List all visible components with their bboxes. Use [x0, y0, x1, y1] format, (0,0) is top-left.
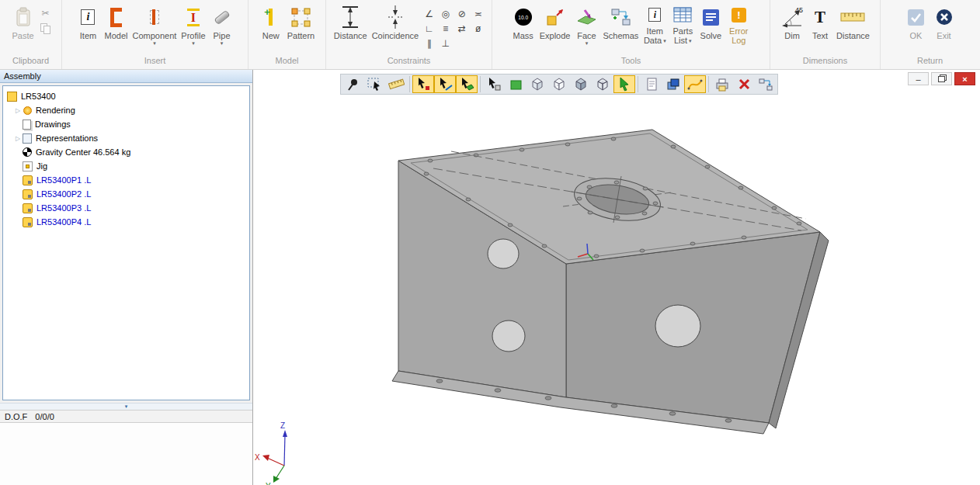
toolbar-separator	[638, 76, 638, 92]
distance-dimension-button[interactable]: Distance	[834, 2, 872, 40]
toolbar-separator	[409, 76, 410, 92]
schemas-button[interactable]: Schemas	[600, 2, 641, 40]
parts-list-dropdown-caret[interactable]: ▾	[689, 38, 692, 43]
ribbon-group-clipboard: Paste ✂ Clipboard	[0, 0, 62, 69]
viewport-toolbar	[340, 74, 778, 95]
face-filter-button[interactable]	[456, 75, 478, 93]
ok-button[interactable]: OK	[902, 2, 930, 40]
distance-constraint-button[interactable]: Distance	[332, 2, 370, 40]
error-log-button[interactable]: ! Error Log	[725, 2, 752, 45]
constraint-mini-grid: ∠ ◎ ⊘ ≍ ∟ ≡ ⇄ ø ∥ ⊥	[421, 2, 486, 50]
text-button[interactable]: T Text	[806, 2, 834, 40]
item-button[interactable]: i Item	[74, 2, 102, 40]
minimize-button[interactable]: –	[908, 72, 929, 85]
pick-mode-button[interactable]	[613, 75, 635, 93]
solve-button[interactable]: Solve	[697, 2, 725, 40]
diameter-constraint-button[interactable]: ø	[475, 23, 481, 34]
model-button[interactable]: Model	[102, 2, 130, 40]
view-box-shaded-button[interactable]	[570, 75, 592, 93]
parts-list-button[interactable]: Parts List▾	[669, 2, 697, 45]
new-button[interactable]: + New	[257, 2, 285, 40]
jig-icon	[23, 161, 33, 171]
distance-constraint-icon	[340, 3, 360, 31]
cut-button[interactable]: ✂	[39, 7, 53, 19]
view-box-outline-button[interactable]	[526, 75, 548, 93]
mass-button[interactable]: 10.0 Mass	[509, 2, 537, 40]
box-wireframe-icon	[595, 77, 610, 92]
curve-mode-button[interactable]	[684, 75, 706, 93]
viewport-3d[interactable]: Z X Y	[253, 70, 980, 485]
delete-button[interactable]	[733, 75, 755, 93]
symmetric-constraint-button[interactable]: ≍	[474, 9, 482, 19]
perpendicular-constraint-button[interactable]: ∟	[425, 23, 434, 34]
restore-button[interactable]	[931, 72, 952, 85]
pin-button[interactable]	[342, 75, 363, 93]
tree-item-jig[interactable]: Jig	[3, 159, 249, 173]
frame-select-button[interactable]	[363, 75, 385, 93]
solid-filter-button[interactable]	[483, 75, 505, 93]
tangent-constraint-button[interactable]: ⊘	[458, 9, 466, 19]
view-box-hidden-button[interactable]	[548, 75, 570, 93]
dim-button[interactable]: 45 Dim	[778, 2, 806, 40]
reverse-constraint-button[interactable]: ⇄	[458, 23, 466, 34]
normal-constraint-button[interactable]: ⊥	[441, 38, 449, 49]
edge-filter-button[interactable]	[434, 75, 456, 93]
expander-icon[interactable]: ▷	[13, 135, 23, 142]
tree-item-drawings[interactable]: Drawings	[3, 117, 249, 131]
pipe-button[interactable]: Pipe ▾	[208, 2, 236, 46]
face-mode-button[interactable]	[505, 75, 526, 93]
component-icon	[150, 10, 159, 24]
parallel-lines-constraint-button[interactable]: ≡	[443, 23, 448, 34]
3d-model[interactable]: Z X Y	[253, 70, 980, 485]
vertex-filter-button[interactable]	[412, 75, 434, 93]
face-dropdown-caret[interactable]: ▾	[586, 40, 589, 46]
view-box-wireframe-button[interactable]	[592, 75, 613, 93]
coincidence-constraint-button[interactable]: Coincidence	[370, 2, 422, 40]
concentric-constraint-button[interactable]: ◎	[441, 9, 449, 19]
item-data-dropdown-caret[interactable]: ▾	[663, 38, 666, 43]
measure-button[interactable]	[385, 75, 407, 93]
tree-item-part-1[interactable]: LR53400P1 .L	[3, 173, 249, 187]
tree-item-gravity-center[interactable]: Gravity Center 46.564 kg	[3, 145, 249, 159]
mass-icon: 10.0	[515, 9, 532, 26]
box-outline-icon	[530, 77, 545, 92]
explode-button[interactable]: Explode	[537, 2, 573, 40]
paste-button[interactable]: Paste	[9, 2, 37, 40]
profile-dropdown-caret[interactable]: ▾	[192, 40, 195, 46]
component-dropdown-caret[interactable]: ▾	[153, 40, 156, 46]
copy-button[interactable]	[39, 23, 53, 35]
group-label-return: Return	[881, 56, 979, 69]
collinear-constraint-button[interactable]: ∥	[427, 38, 432, 49]
ribbon-group-tools: 10.0 Mass Explode Face ▾	[492, 0, 770, 69]
tree-item-part-4[interactable]: LR53400P4 .L	[3, 215, 249, 229]
frame-select-icon	[367, 77, 382, 92]
close-button[interactable]: ×	[954, 72, 975, 85]
face-filter-icon	[459, 77, 474, 92]
exit-icon	[936, 3, 953, 31]
toolbar-separator	[708, 76, 709, 92]
tree-item-representations[interactable]: ▷ Representations	[3, 131, 249, 145]
tree-item-rendering[interactable]: ▷ Rendering	[3, 103, 249, 117]
layers-icon	[665, 77, 681, 92]
panel-splitter[interactable]: ▾	[0, 403, 252, 410]
tree-item-root[interactable]: LR53400	[3, 89, 249, 103]
y-axis-label: Y	[266, 482, 271, 485]
component-button[interactable]: Component ▾	[130, 2, 179, 46]
schema-link-button[interactable]	[755, 75, 777, 93]
exit-button[interactable]: Exit	[930, 2, 958, 40]
drawings-icon	[23, 120, 31, 130]
pattern-button[interactable]: Pattern	[285, 2, 317, 40]
vertex-filter-icon	[415, 77, 431, 92]
print-button[interactable]	[711, 75, 733, 93]
profile-button[interactable]: I Profile ▾	[179, 2, 207, 46]
expander-icon[interactable]: ▷	[13, 107, 23, 114]
document-button[interactable]	[641, 75, 662, 93]
item-data-button[interactable]: i Item Data▾	[641, 2, 669, 45]
face-button[interactable]: Face ▾	[572, 2, 600, 46]
ruler-icon	[840, 3, 865, 31]
tree-item-part-3[interactable]: LR53400P3 .L	[3, 201, 249, 215]
angle-constraint-button[interactable]: ∠	[425, 9, 433, 19]
layers-button[interactable]	[662, 75, 684, 93]
tree-item-part-2[interactable]: LR53400P2 .L	[3, 187, 249, 201]
pipe-dropdown-caret[interactable]: ▾	[221, 40, 224, 46]
